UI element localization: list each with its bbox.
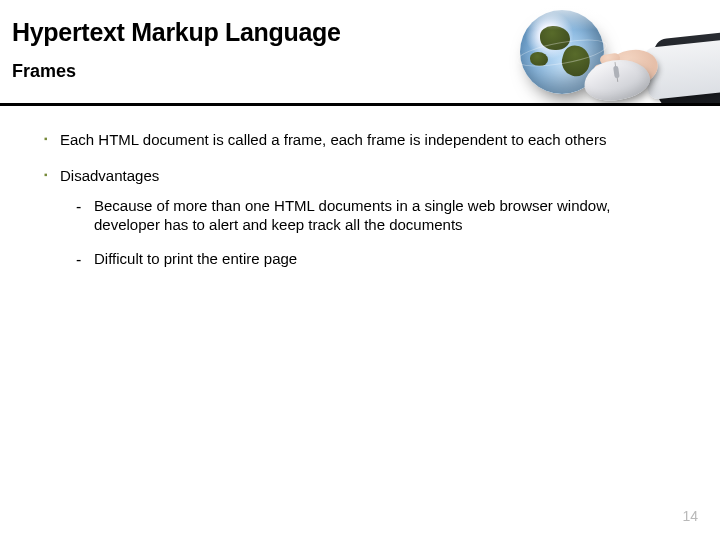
sub-bullet-text: Difficult to print the entire page: [94, 250, 297, 267]
sub-bullet-item: Difficult to print the entire page: [76, 249, 676, 269]
bullet-text: Disadvantages: [60, 167, 159, 184]
slide-header: Hypertext Markup Language Frames: [0, 0, 720, 106]
header-divider: [0, 103, 720, 106]
sub-bullet-item: Because of more than one HTML documents …: [76, 196, 676, 236]
slide-body: Each HTML document is called a frame, ea…: [0, 106, 720, 269]
bullet-item: Each HTML document is called a frame, ea…: [44, 130, 676, 150]
sub-bullet-text: Because of more than one HTML documents …: [94, 197, 610, 234]
bullet-text: Each HTML document is called a frame, ea…: [60, 131, 606, 148]
header-illustration: [460, 0, 720, 103]
page-number: 14: [682, 508, 698, 524]
bullet-item: Disadvantages Because of more than one H…: [44, 166, 676, 269]
